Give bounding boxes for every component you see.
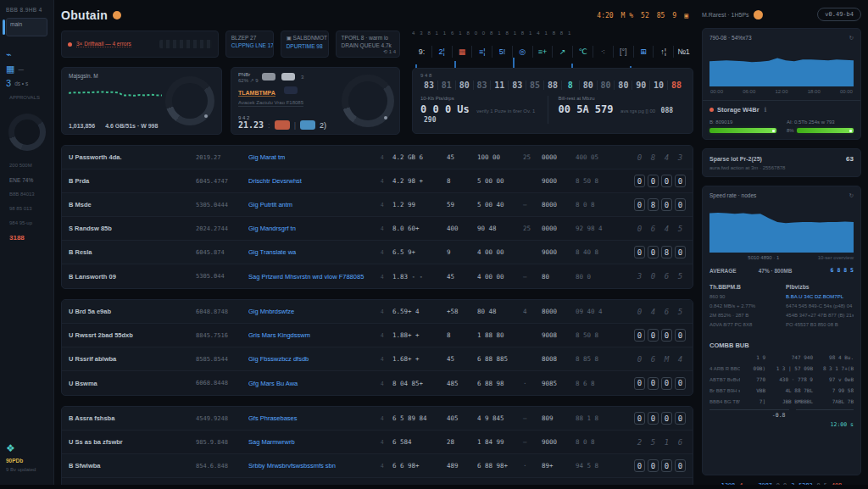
strip-icon[interactable]: 9: — [412, 46, 432, 58]
table-row[interactable]: U Bswma 6068.8448 Gfg Mars Bu Awa 4 8 04… — [62, 371, 693, 395]
kv-row[interactable]: ABTB7 BvBvBB JMBF 770 430 · 778 9 97 v 0… — [709, 376, 854, 382]
info-card-3[interactable]: TPORL 8 · warm io DRAIN QUEUE 4.7k ⟲ 1 4 — [336, 31, 400, 58]
strip-icon[interactable]: ℃ — [573, 46, 593, 58]
row-link[interactable]: Gris Mars Kingdsswm — [248, 331, 381, 339]
strip-icon[interactable]: 5! — [492, 46, 513, 58]
row-name: B Lansworth 09 — [69, 273, 196, 281]
row-link[interactable]: Brbrsba Mhbrsbs — [248, 486, 381, 489]
table-row[interactable]: B Mabwba 954.8.848 Brbrsba Mhbrsbs 4 1 8… — [62, 478, 693, 489]
chip-light[interactable] — [281, 73, 295, 81]
bandwidth-chart — [709, 46, 854, 86]
version-pill-button[interactable]: v0.49-b4 — [817, 8, 861, 21]
avatar[interactable] — [754, 10, 763, 19]
ratio-chip-red[interactable] — [275, 120, 290, 130]
info-card-value[interactable]: DPURTIME 98 — [287, 43, 323, 49]
row-link[interactable]: Srbby Mrwsbrvfswsbssmfs sbn — [248, 462, 381, 470]
strip-icon[interactable]: ≡¦ — [472, 46, 492, 58]
info-card-1[interactable]: BLZEP 27 CLPPNG LNE 170 — [225, 31, 274, 58]
row-size: 6 584 — [392, 438, 447, 446]
kv-row[interactable]: 4 ARB R BBOM 09B) 1 3 | 57 09B 8 3 1 7+(… — [709, 365, 854, 371]
sidebar-item[interactable]: B8B 84013 — [6, 189, 47, 199]
chip-gray[interactable] — [262, 73, 275, 81]
row-link[interactable]: Sag Prtzwrd Mhsvrstn wrd vlow F788085 — [248, 273, 381, 281]
table-row[interactable]: U Ss as ba zfswbr 985.9.848 Sag Marmwrwr… — [62, 431, 693, 454]
row-link[interactable]: Gig Putrtlt antm — [248, 201, 381, 208]
numbers-card: 9 4 8 83818083118385888808080901088 10-K… — [412, 68, 693, 134]
table-row[interactable]: B Sfwlwba 854.6.848 Srbby Mrwsbrvfswsbss… — [62, 454, 693, 478]
status-counter: ·· — [747, 482, 754, 489]
kv-row[interactable]: Br BB7 B9H ssu BBVBTB VBB 4L 88 7BL 7 99… — [709, 387, 854, 393]
table-row[interactable]: S Randsw 85b 2024.2744 Gig Mandrsgrf tn … — [62, 217, 693, 241]
provider-link[interactable]: B.BA.U 34C DZ.BOM7PL — [786, 294, 854, 299]
strip-icon[interactable]: ↑¦ — [654, 46, 674, 58]
chip-navy[interactable] — [284, 86, 298, 94]
strip-icon[interactable]: ↗ — [553, 46, 573, 58]
row-link[interactable]: Gfg Mars Bu Awa — [248, 380, 381, 387]
table-row[interactable]: U Brd 5a e9ab 6048.8748 Gig Mnbrdswfze 4… — [62, 300, 693, 324]
sidebar-item[interactable]: 200 500M — [6, 160, 47, 170]
row-link[interactable]: Gig Mnbrdswfze — [248, 308, 381, 315]
cluster-chart — [709, 203, 854, 253]
row-link[interactable]: Drischtr Devsrwhst — [248, 177, 381, 185]
updated-label: 9 Bv updated — [6, 467, 47, 472]
strip-icon[interactable]: 2¦ — [432, 46, 453, 58]
table-row[interactable]: B Prda 6045.4747 Drischtr Devsrwhst 4 4.… — [62, 169, 693, 193]
alert-card[interactable]: 3× Driftwall — 4 errors — [61, 31, 219, 58]
row-n4: 0000 — [542, 225, 576, 232]
refresh-icon[interactable]: ↻ — [849, 192, 854, 199]
table-row[interactable]: U Rssrif ablwba 8585.8544 Gig Fbsswzbcz … — [62, 347, 693, 371]
info-card-2[interactable]: ▣ SALBDNMOT DPURTIME 98 — [281, 31, 329, 58]
sidebar-item[interactable]: ▦ — — [6, 64, 47, 74]
kv-row[interactable]: BBB4 BG TBVBBVBBBJBBAL 7] JBB BMBBBL 7AB… — [709, 398, 854, 404]
table-row[interactable]: B Lansworth 09 5305.044 Sag Prtzwrd Mhsv… — [62, 264, 693, 288]
sidebar-item[interactable]: ⌁ — [6, 49, 47, 59]
balancer-sub-link[interactable]: Avacek Zactulu Vrao F18085 — [238, 100, 303, 107]
row-n2: 1 88 80 — [477, 331, 523, 339]
strip-icon[interactable]: ◎ — [513, 46, 533, 58]
sidebar-item-label: ds • s — [14, 81, 28, 86]
strip-icon[interactable]: [°] — [614, 46, 634, 58]
strip-icon[interactable]: ≡+ — [533, 46, 554, 58]
kv-row[interactable]: 1 9 747 940 98 4 Bu. — [709, 354, 854, 360]
info-icon[interactable]: ℹ — [765, 106, 767, 114]
balancer-warning-link[interactable]: TLAMBTMPA — [238, 90, 275, 97]
cluster-icon[interactable]: ❖ — [6, 442, 47, 454]
row-n4: 8088 — [542, 486, 576, 489]
info-card-value[interactable]: CLPPNG LNE 170 — [231, 42, 268, 48]
pool-progress-bar — [709, 128, 776, 133]
strip-icon[interactable]: ▦ — [453, 46, 473, 58]
row-link[interactable]: Gig Translate wa — [248, 248, 381, 256]
table-row[interactable]: U Rwssrt 2bad 55dxb 8845.7516 Gris Mars … — [62, 324, 693, 347]
column-row: 454B 347+27 47B 877 (B) 21s — [786, 313, 854, 318]
version-label: 90PDb — [6, 458, 47, 464]
refresh-icon[interactable]: ↻ — [849, 35, 854, 42]
row-link[interactable]: Gig Mandrsgrf tn — [248, 225, 381, 232]
left-sidebar: BBB 8.9HB 4 main ⌁ ▦ — 3 ds • s — [0, 0, 54, 489]
row-link[interactable]: Gig Fbsswzbcz dfsdb — [248, 355, 381, 363]
strip-icon[interactable]: №1 — [674, 46, 693, 58]
row-size: 1.68+ + — [392, 355, 447, 363]
kv-foot-left: -0.8 — [709, 409, 789, 420]
strip-icon[interactable]: ⁖ — [593, 46, 614, 58]
sidebar-item[interactable]: 3188 — [6, 232, 47, 242]
table-row[interactable]: B Msde 5305.0444 Gig Putrtlt antm 4 1.2 … — [62, 193, 693, 217]
sidebar-item[interactable]: 98 85 013 — [6, 203, 47, 214]
table-row[interactable]: B Assra fshsba 4549.9248 Gfs Phrasebases… — [62, 407, 693, 431]
alert-text[interactable]: 3× Driftwall — 4 errors — [76, 41, 131, 47]
row-link[interactable]: Gig Marat tm — [248, 153, 381, 161]
sparse-card[interactable]: Sparse lot Pr-2(25) 63 aura.fwd action a… — [702, 148, 861, 177]
stat-average-link[interactable]: 6 8 8 5 — [831, 267, 854, 274]
sidebar-item[interactable]: 3 ds • s — [6, 78, 47, 88]
sidebar-group-mid: 200 500M ENE 74% B8B 84013 98 85 013 — [6, 156, 47, 247]
sidebar-item[interactable]: APPROVALS — [6, 92, 47, 103]
strip-icon[interactable]: ⊞ — [634, 46, 654, 58]
workspace-selector[interactable]: main — [6, 18, 47, 36]
ratio-chip-blue[interactable] — [300, 120, 315, 130]
row-link[interactable]: Sag Marmwrwrb — [248, 438, 381, 446]
sidebar-item[interactable]: ENE 74% — [6, 175, 47, 185]
row-link[interactable]: Gfs Phrasebases — [248, 414, 381, 422]
table-row[interactable]: U Passworth 4da. 2019.27 Gig Marat tm 4 … — [62, 146, 693, 169]
table-row[interactable]: B Resla 6045.874 Gig Translate wa 4 6.5 … — [62, 241, 693, 264]
chart-caption-link[interactable]: 10-ser overview — [818, 255, 854, 260]
sidebar-item[interactable]: 984 95-up — [6, 218, 47, 228]
